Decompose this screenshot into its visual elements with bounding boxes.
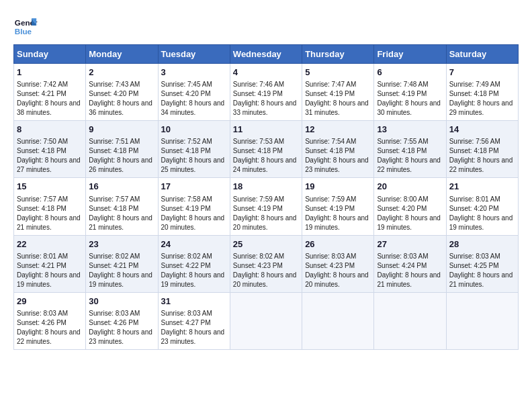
sunset-label: Sunset: 4:25 PM bbox=[449, 262, 499, 269]
sunrise-label: Sunrise: 8:01 AM bbox=[449, 195, 500, 203]
sunset-label: Sunset: 4:19 PM bbox=[377, 90, 427, 97]
sunrise-label: Sunrise: 8:03 AM bbox=[449, 253, 500, 260]
day-number: 20 bbox=[377, 181, 443, 193]
day-number: 14 bbox=[449, 124, 515, 136]
sunrise-label: Sunrise: 7:49 AM bbox=[449, 81, 500, 88]
day-cell: 20Sunrise: 8:00 AMSunset: 4:20 PMDayligh… bbox=[374, 178, 446, 235]
daylight-label: Daylight: 8 hours and 24 minutes. bbox=[233, 156, 297, 173]
day-cell: 23Sunrise: 8:02 AMSunset: 4:21 PMDayligh… bbox=[86, 235, 158, 292]
sunrise-label: Sunrise: 8:03 AM bbox=[161, 310, 212, 317]
day-cell: 18Sunrise: 7:59 AMSunset: 4:19 PMDayligh… bbox=[230, 178, 302, 235]
day-number: 30 bbox=[89, 295, 154, 308]
sunset-label: Sunset: 4:19 PM bbox=[233, 205, 283, 212]
week-row-4: 22Sunrise: 8:01 AMSunset: 4:21 PMDayligh… bbox=[14, 235, 519, 292]
sunset-label: Sunset: 4:18 PM bbox=[449, 90, 499, 97]
day-cell: 6Sunrise: 7:48 AMSunset: 4:19 PMDaylight… bbox=[374, 64, 446, 121]
sunrise-label: Sunrise: 7:48 AM bbox=[377, 81, 428, 88]
day-number: 1 bbox=[17, 66, 83, 79]
sunrise-label: Sunrise: 8:03 AM bbox=[17, 310, 68, 317]
day-cell: 3Sunrise: 7:45 AMSunset: 4:20 PMDaylight… bbox=[158, 64, 230, 121]
sunset-label: Sunset: 4:19 PM bbox=[161, 205, 211, 212]
day-cell: 22Sunrise: 8:01 AMSunset: 4:21 PMDayligh… bbox=[14, 235, 86, 292]
day-number: 22 bbox=[17, 238, 83, 250]
daylight-label: Daylight: 8 hours and 20 minutes. bbox=[233, 214, 297, 231]
sunset-label: Sunset: 4:18 PM bbox=[449, 147, 499, 154]
sunset-label: Sunset: 4:20 PM bbox=[161, 90, 211, 97]
sunset-label: Sunset: 4:18 PM bbox=[305, 147, 355, 154]
day-cell bbox=[230, 292, 302, 349]
daylight-label: Daylight: 8 hours and 22 minutes. bbox=[17, 328, 81, 345]
daylight-label: Daylight: 8 hours and 20 minutes. bbox=[233, 271, 297, 288]
day-cell: 30Sunrise: 8:03 AMSunset: 4:26 PMDayligh… bbox=[86, 292, 158, 349]
sunset-label: Sunset: 4:20 PM bbox=[377, 205, 427, 212]
daylight-label: Daylight: 8 hours and 21 minutes. bbox=[377, 271, 441, 288]
day-cell: 9Sunrise: 7:51 AMSunset: 4:18 PMDaylight… bbox=[86, 121, 158, 178]
sunrise-label: Sunrise: 7:58 AM bbox=[161, 195, 212, 203]
sunset-label: Sunset: 4:18 PM bbox=[17, 205, 66, 212]
header-cell-sunday: Sunday bbox=[14, 45, 86, 64]
daylight-label: Daylight: 8 hours and 26 minutes. bbox=[89, 156, 152, 173]
day-number: 4 bbox=[233, 66, 299, 79]
day-cell: 24Sunrise: 8:02 AMSunset: 4:22 PMDayligh… bbox=[158, 235, 230, 292]
daylight-label: Daylight: 8 hours and 19 minutes. bbox=[89, 271, 152, 288]
page-header: General Blue bbox=[13, 13, 519, 38]
sunrise-label: Sunrise: 7:55 AM bbox=[377, 138, 428, 145]
header-row: SundayMondayTuesdayWednesdayThursdayFrid… bbox=[14, 45, 519, 64]
daylight-label: Daylight: 8 hours and 25 minutes. bbox=[161, 156, 225, 173]
sunrise-label: Sunrise: 7:47 AM bbox=[305, 81, 356, 88]
day-cell: 16Sunrise: 7:57 AMSunset: 4:18 PMDayligh… bbox=[86, 178, 158, 235]
day-cell: 4Sunrise: 7:46 AMSunset: 4:19 PMDaylight… bbox=[230, 64, 302, 121]
day-cell: 28Sunrise: 8:03 AMSunset: 4:25 PMDayligh… bbox=[446, 235, 518, 292]
week-row-2: 8Sunrise: 7:50 AMSunset: 4:18 PMDaylight… bbox=[14, 121, 519, 178]
svg-text:Blue: Blue bbox=[15, 27, 32, 36]
sunrise-label: Sunrise: 7:51 AM bbox=[89, 138, 140, 145]
daylight-label: Daylight: 8 hours and 34 minutes. bbox=[161, 99, 225, 116]
sunset-label: Sunset: 4:23 PM bbox=[233, 262, 283, 269]
daylight-label: Daylight: 8 hours and 33 minutes. bbox=[233, 99, 297, 116]
daylight-label: Daylight: 8 hours and 20 minutes. bbox=[305, 271, 369, 288]
daylight-label: Daylight: 8 hours and 29 minutes. bbox=[449, 99, 513, 116]
sunset-label: Sunset: 4:18 PM bbox=[89, 147, 138, 154]
sunset-label: Sunset: 4:27 PM bbox=[161, 319, 211, 326]
sunset-label: Sunset: 4:18 PM bbox=[161, 147, 211, 154]
sunset-label: Sunset: 4:20 PM bbox=[89, 90, 138, 97]
sunrise-label: Sunrise: 8:02 AM bbox=[233, 253, 284, 260]
day-number: 15 bbox=[17, 181, 83, 193]
day-number: 24 bbox=[161, 238, 227, 250]
day-number: 16 bbox=[89, 181, 154, 193]
sunset-label: Sunset: 4:26 PM bbox=[17, 319, 66, 326]
day-number: 9 bbox=[89, 124, 154, 136]
sunset-label: Sunset: 4:19 PM bbox=[305, 90, 355, 97]
sunrise-label: Sunrise: 7:46 AM bbox=[233, 81, 284, 88]
day-number: 17 bbox=[161, 181, 227, 193]
day-cell: 17Sunrise: 7:58 AMSunset: 4:19 PMDayligh… bbox=[158, 178, 230, 235]
sunrise-label: Sunrise: 7:53 AM bbox=[233, 138, 284, 145]
sunset-label: Sunset: 4:23 PM bbox=[305, 262, 355, 269]
sunset-label: Sunset: 4:21 PM bbox=[17, 90, 66, 97]
week-row-3: 15Sunrise: 7:57 AMSunset: 4:18 PMDayligh… bbox=[14, 178, 519, 235]
sunrise-label: Sunrise: 8:03 AM bbox=[377, 253, 428, 260]
header-cell-saturday: Saturday bbox=[446, 45, 518, 64]
week-row-5: 29Sunrise: 8:03 AMSunset: 4:26 PMDayligh… bbox=[14, 292, 519, 349]
day-number: 2 bbox=[89, 66, 154, 79]
daylight-label: Daylight: 8 hours and 30 minutes. bbox=[377, 99, 441, 116]
sunrise-label: Sunrise: 7:56 AM bbox=[449, 138, 500, 145]
day-cell: 26Sunrise: 8:03 AMSunset: 4:23 PMDayligh… bbox=[302, 235, 374, 292]
daylight-label: Daylight: 8 hours and 27 minutes. bbox=[17, 156, 81, 173]
calendar-table: SundayMondayTuesdayWednesdayThursdayFrid… bbox=[13, 44, 519, 350]
sunrise-label: Sunrise: 7:43 AM bbox=[89, 81, 140, 88]
daylight-label: Daylight: 8 hours and 21 minutes. bbox=[89, 214, 152, 231]
day-number: 13 bbox=[377, 124, 443, 136]
daylight-label: Daylight: 8 hours and 19 minutes. bbox=[449, 214, 513, 231]
day-cell: 2Sunrise: 7:43 AMSunset: 4:20 PMDaylight… bbox=[86, 64, 158, 121]
day-cell: 31Sunrise: 8:03 AMSunset: 4:27 PMDayligh… bbox=[158, 292, 230, 349]
header-cell-tuesday: Tuesday bbox=[158, 45, 230, 64]
day-cell: 25Sunrise: 8:02 AMSunset: 4:23 PMDayligh… bbox=[230, 235, 302, 292]
daylight-label: Daylight: 8 hours and 21 minutes. bbox=[17, 214, 81, 231]
day-number: 6 bbox=[377, 66, 443, 79]
day-number: 11 bbox=[233, 124, 299, 136]
day-cell: 27Sunrise: 8:03 AMSunset: 4:24 PMDayligh… bbox=[374, 235, 446, 292]
daylight-label: Daylight: 8 hours and 19 minutes. bbox=[161, 271, 225, 288]
day-cell: 10Sunrise: 7:52 AMSunset: 4:18 PMDayligh… bbox=[158, 121, 230, 178]
day-cell: 14Sunrise: 7:56 AMSunset: 4:18 PMDayligh… bbox=[446, 121, 518, 178]
